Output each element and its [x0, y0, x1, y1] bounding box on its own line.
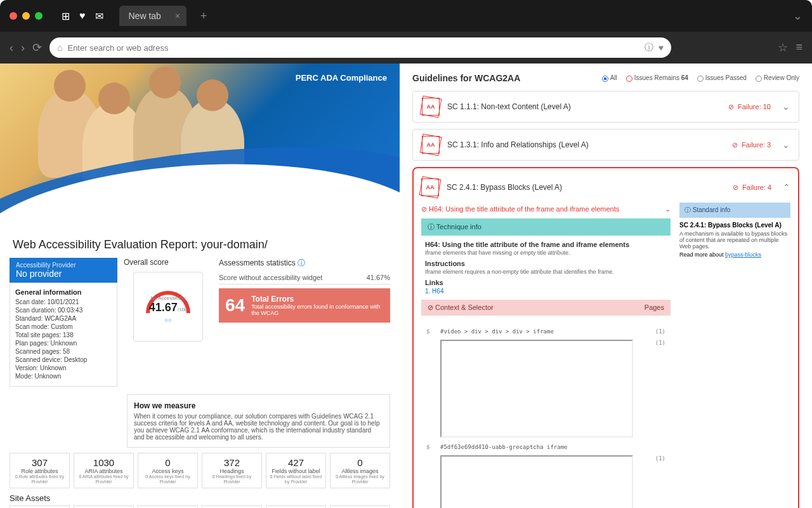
bookmark-icon[interactable]: ☆	[778, 41, 788, 55]
guideline-row[interactable]: AASC 1.1.1: Non-text Content (Level A)⊘ …	[412, 91, 799, 123]
score-gauge: No Accessibility 41.67/100 ○○	[133, 272, 203, 342]
mail-icon[interactable]: ✉	[95, 10, 103, 22]
attribute-card: 427Fields without label0 Fields without …	[266, 453, 326, 488]
left-pane: PERC ADA Compliance Web Accessibility Ev…	[0, 64, 400, 508]
chevron-down-icon[interactable]: ⌄	[665, 205, 671, 213]
attribute-card: 0Access keys0 Access keys fixed by Provi…	[138, 453, 198, 488]
stats-row: Score without accessibility widget 41.67…	[219, 274, 390, 284]
selector-row	[421, 321, 671, 326]
browser-chrome: ⊞ ♥ ✉ New tab × + ⌄ ‹ › ⟳ ⌂ ⓘ ♥ ☆ ≡	[0, 0, 812, 64]
filter-all[interactable]: All	[602, 74, 617, 81]
sc241-panel: AA SC 2.4.1: Bypass Blocks (Level A) ⊘ F…	[412, 167, 799, 508]
standard-info-bar: ⓘ Standard info	[679, 203, 790, 218]
url-bar[interactable]: ⌂ ⓘ ♥	[49, 37, 671, 58]
asset-card: 🔊0Audio	[266, 505, 326, 508]
general-info-row: Scan duration: 00:03:43	[15, 307, 112, 314]
total-errors-card: 64 Total Errors Total accessibility erro…	[219, 288, 390, 323]
home-icon[interactable]: ⌂	[57, 43, 62, 53]
selector-row: $#5df63e69dd410-uabb-grecaptcha iframe	[421, 441, 671, 453]
filter-remains[interactable]: Issues Remains 64	[626, 74, 688, 81]
aa-badge-icon: AA	[422, 98, 440, 116]
technique-info-bar: ⓘ Technique info	[421, 218, 671, 236]
filter-passed[interactable]: Issues Passed	[697, 74, 747, 81]
tab-label: New tab	[129, 11, 161, 21]
asset-card: 🖼140Images	[74, 505, 134, 508]
general-info-row: Scan date: 10/01/2021	[15, 298, 112, 305]
pinned-tabs: ⊞ ♥ ✉	[62, 10, 103, 22]
general-info-row: Mode: Unknown	[15, 373, 112, 380]
help-icon[interactable]: ⓘ	[298, 258, 305, 267]
selector-row: kw</span>">style</span>="<span class="st…	[421, 337, 671, 441]
stats-label: Assessments statistics ⓘ	[219, 258, 390, 269]
guidelines-title: Guidelines for WCAG2AA	[412, 73, 520, 83]
asset-card: 📄1Pdfs	[138, 505, 198, 508]
window-controls	[10, 12, 43, 20]
right-pane: Guidelines for WCAG2AA All Issues Remain…	[400, 64, 812, 508]
asset-card: ↗424Links	[202, 505, 262, 508]
context-selector-bar: ⊘ Context & Selector Pages	[421, 300, 671, 316]
close-window-button[interactable]	[10, 12, 17, 20]
asset-card: 🖵161Iframes	[10, 505, 70, 508]
hero-title: PERC ADA Compliance	[296, 73, 387, 83]
how-we-measure-card: How we measure When it comes to your com…	[127, 394, 390, 448]
collapse-icon[interactable]: ⌃	[783, 182, 790, 192]
sc241-label: SC 2.4.1: Bypass Blocks (Level A)	[447, 183, 562, 192]
filter-review[interactable]: Review Only	[756, 74, 799, 81]
aa-badge-icon: AA	[422, 136, 440, 154]
selector-row: $#video > div > div > div > iframe(1)	[421, 326, 671, 337]
aa-badge-icon: AA	[421, 178, 439, 196]
attribute-card: 307Role attributes0 Role attributes fixe…	[10, 453, 70, 488]
reload-button[interactable]: ⟳	[32, 41, 42, 55]
bypass-blocks-link[interactable]: bypass-blocks	[725, 251, 761, 258]
url-input[interactable]	[67, 43, 639, 53]
h64-link[interactable]: 1. H64	[425, 288, 443, 295]
nav-bar: ‹ › ⟳ ⌂ ⓘ ♥ ☆ ≡	[0, 32, 812, 64]
sc241-status: ⊘ Failure: 4	[733, 184, 771, 192]
provider-header: Accessibility Provider No provider	[10, 258, 117, 283]
forward-button[interactable]: ›	[21, 41, 25, 55]
info-icon[interactable]: ⓘ	[645, 42, 653, 53]
tab-bar: ⊞ ♥ ✉ New tab × + ⌄	[0, 0, 812, 32]
general-info-row: Scanned pages: 58	[15, 348, 112, 355]
attribute-card: 372Headings0 Headings fixed by Provider	[202, 453, 262, 488]
apps-icon[interactable]: ⊞	[62, 10, 70, 22]
menu-icon[interactable]: ≡	[796, 41, 802, 55]
asset-card: 📹0Video	[330, 505, 390, 508]
general-info-row: Version: Unknown	[15, 364, 112, 371]
maximize-window-button[interactable]	[35, 12, 43, 20]
filter-group: All Issues Remains 64 Issues Passed Revi…	[602, 74, 799, 81]
overall-score-label: Overall score	[124, 258, 213, 267]
general-info-row: Plan pages: Unknown	[15, 340, 112, 347]
general-info-row: Standard: WCAG2AA	[15, 315, 112, 322]
general-info-row: Scan mode: Custom	[15, 323, 112, 330]
shield-icon[interactable]: ♥	[658, 43, 664, 53]
back-button[interactable]: ‹	[10, 41, 13, 55]
attribute-card: 1030ARIA attributes0 ARIA attributes fix…	[74, 453, 134, 488]
chevron-down-icon[interactable]: ⌄	[793, 9, 802, 23]
selector-row: kw</span>">class</span>="<span class="st…	[421, 453, 671, 508]
general-info-card: General information Scan date: 10/01/202…	[10, 283, 117, 387]
h64-header[interactable]: ⊘ H64: Using the title attribute of the …	[421, 203, 671, 218]
close-tab-icon[interactable]: ×	[175, 11, 180, 21]
browser-tab[interactable]: New tab ×	[119, 6, 187, 26]
general-info-row: Total site pages: 138	[15, 331, 112, 338]
chevron-down-icon[interactable]: ⌄	[782, 102, 790, 112]
hero-banner: PERC ADA Compliance	[0, 64, 400, 229]
heart-icon[interactable]: ♥	[79, 10, 86, 22]
minimize-window-button[interactable]	[22, 12, 30, 20]
general-info-row: Scanned device: Desktop	[15, 356, 112, 363]
site-assets-title: Site Assets	[0, 488, 400, 505]
guideline-row[interactable]: AASC 1.3.1: Info and Relationships (Leve…	[412, 129, 799, 161]
report-title: Web Accessibility Evaluation Report: you…	[0, 229, 400, 258]
new-tab-button[interactable]: +	[200, 10, 207, 23]
chevron-down-icon[interactable]: ⌄	[782, 140, 790, 150]
attribute-card: 0Altless images0 Altless images fixed by…	[330, 453, 390, 488]
